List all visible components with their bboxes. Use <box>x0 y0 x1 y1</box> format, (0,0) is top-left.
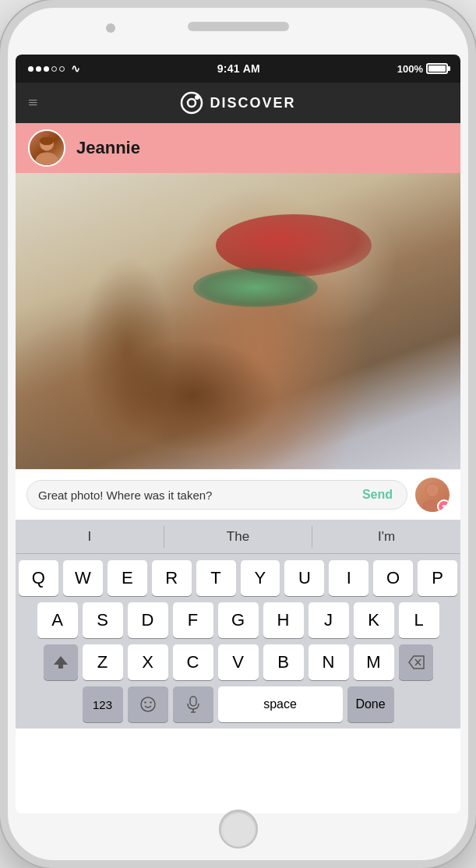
bandana-detail <box>216 214 372 277</box>
signal-dot-5 <box>59 66 65 72</box>
key-j[interactable]: J <box>309 602 349 638</box>
signal-dot-3 <box>44 66 49 72</box>
key-emoji[interactable] <box>128 686 168 722</box>
keyboard-row-3: Z X C V B N M <box>19 644 457 680</box>
phone-frame: ∿ 9:41 AM 100% ≡ DISCOVER <box>0 0 476 868</box>
key-f[interactable]: F <box>173 602 213 638</box>
status-time: 9:41 AM <box>217 62 260 75</box>
battery-bar <box>426 63 448 74</box>
key-o[interactable]: O <box>373 560 413 596</box>
key-t[interactable]: T <box>196 560 236 596</box>
profile-avatar[interactable] <box>28 129 65 167</box>
wifi-icon: ∿ <box>71 62 80 75</box>
signal-dot-2 <box>36 66 41 72</box>
battery-percent: 100% <box>397 63 423 75</box>
autocomplete-item-1[interactable]: The <box>164 520 312 553</box>
svg-point-1 <box>188 99 196 107</box>
app-logo <box>180 91 203 115</box>
key-space[interactable]: space <box>218 686 343 722</box>
key-l[interactable]: L <box>399 602 439 638</box>
svg-point-14 <box>144 701 146 703</box>
svg-point-2 <box>195 95 199 100</box>
key-n[interactable]: N <box>309 644 349 680</box>
message-text[interactable]: Great photo! Where was it taken? <box>38 489 359 502</box>
key-r[interactable]: R <box>152 560 192 596</box>
nav-bar: ≡ DISCOVER <box>16 83 460 123</box>
hamburger-icon[interactable]: ≡ <box>28 93 36 113</box>
delete-key[interactable] <box>399 644 433 680</box>
signal-area: ∿ <box>28 62 80 75</box>
key-b[interactable]: B <box>263 644 304 680</box>
nav-title: DISCOVER <box>210 95 295 111</box>
avatar-image <box>30 131 64 165</box>
message-area: Great photo! Where was it taken? Send ♥ <box>16 469 460 520</box>
keyboard: Q W E R T Y U I O P A S D F G H J K <box>16 554 460 729</box>
hair-overlay <box>16 173 460 469</box>
message-input-wrapper[interactable]: Great photo! Where was it taken? Send <box>26 480 407 510</box>
autocomplete-item-2[interactable]: I'm <box>312 520 460 553</box>
profile-name: Jeannie <box>76 138 140 158</box>
svg-point-4 <box>35 153 58 168</box>
send-button[interactable]: Send <box>359 488 396 502</box>
nav-center: DISCOVER <box>180 91 295 115</box>
heart-icon: ♥ <box>442 503 446 510</box>
home-button[interactable] <box>219 810 258 849</box>
status-bar: ∿ 9:41 AM 100% <box>16 55 460 83</box>
key-q[interactable]: Q <box>19 560 58 596</box>
profile-header[interactable]: Jeannie <box>16 123 460 173</box>
svg-marker-10 <box>54 656 68 669</box>
key-w[interactable]: W <box>63 560 103 596</box>
svg-point-6 <box>40 136 54 145</box>
sender-avatar[interactable]: ♥ <box>415 478 450 512</box>
battery-fill <box>428 65 446 72</box>
keyboard-row-2: A S D F G H J K L <box>19 602 457 638</box>
key-numbers[interactable]: 123 <box>83 686 123 722</box>
battery-area: 100% <box>397 63 448 75</box>
key-v[interactable]: V <box>218 644 259 680</box>
key-e[interactable]: E <box>108 560 147 596</box>
key-y[interactable]: Y <box>241 560 280 596</box>
heart-badge: ♥ <box>437 499 450 512</box>
key-c[interactable]: C <box>173 644 213 680</box>
key-s[interactable]: S <box>83 602 123 638</box>
keyboard-row-1: Q W E R T Y U I O P <box>19 560 457 596</box>
key-a[interactable]: A <box>37 602 78 638</box>
key-i[interactable]: I <box>329 560 368 596</box>
svg-rect-16 <box>190 697 196 706</box>
key-p[interactable]: P <box>418 560 457 596</box>
key-d[interactable]: D <box>128 602 168 638</box>
shift-key[interactable] <box>44 644 78 680</box>
svg-point-15 <box>150 701 151 703</box>
sunglasses-detail <box>193 268 318 307</box>
key-k[interactable]: K <box>354 602 394 638</box>
signal-dots <box>28 66 65 72</box>
key-h[interactable]: H <box>263 602 304 638</box>
key-x[interactable]: X <box>128 644 168 680</box>
camera-dot <box>106 23 115 33</box>
key-done[interactable]: Done <box>347 686 394 722</box>
signal-dot-1 <box>28 66 33 72</box>
signal-dot-4 <box>51 66 57 72</box>
autocomplete-bar: I The I'm <box>16 520 460 554</box>
keyboard-row-bottom: 123 spac <box>19 686 457 722</box>
phone-screen: ∿ 9:41 AM 100% ≡ DISCOVER <box>16 55 460 813</box>
profile-photo <box>16 173 460 469</box>
autocomplete-item-0[interactable]: I <box>16 520 164 553</box>
key-m[interactable]: M <box>354 644 394 680</box>
key-u[interactable]: U <box>284 560 324 596</box>
svg-point-13 <box>141 697 155 711</box>
key-z[interactable]: Z <box>83 644 123 680</box>
svg-point-9 <box>426 484 439 496</box>
key-mic[interactable] <box>173 686 213 722</box>
key-g[interactable]: G <box>218 602 259 638</box>
